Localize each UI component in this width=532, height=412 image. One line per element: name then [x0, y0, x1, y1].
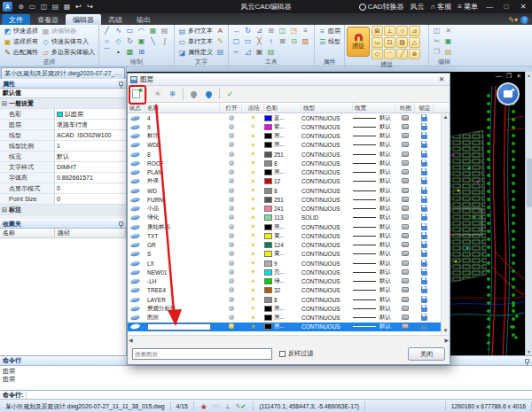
- layer-lineweight-cell[interactable]: 默认: [353, 223, 395, 231]
- layer-lineweight-cell[interactable]: 默认: [353, 123, 395, 131]
- mirror-icon[interactable]: ⊿: [254, 26, 265, 36]
- bulb-icon[interactable]: [229, 178, 234, 183]
- command-input[interactable]: [26, 392, 532, 399]
- layer-name-cell[interactable]: PLAN: [145, 169, 220, 175]
- scroll-down-icon[interactable]: ▼: [443, 327, 449, 335]
- layer-lock-cell[interactable]: [415, 250, 434, 258]
- layer-freeze-cell[interactable]: ☀: [242, 296, 264, 303]
- layer-color-cell[interactable]: 9: [264, 260, 301, 267]
- support-button[interactable]: ∩客服: [431, 2, 452, 12]
- layer-lock-cell[interactable]: [415, 286, 434, 294]
- dialog-titlebar[interactable]: 图层 ✕: [128, 74, 450, 86]
- layer-on-cell[interactable]: [220, 315, 242, 321]
- array-icon[interactable]: ⊞: [265, 26, 277, 36]
- layer-lock-cell[interactable]: [415, 196, 434, 204]
- layer-name-cell[interactable]: 9: [145, 124, 220, 130]
- printer-icon[interactable]: [402, 133, 409, 138]
- sun-icon[interactable]: ☀: [250, 169, 255, 175]
- spline-icon[interactable]: ∫: [159, 36, 170, 47]
- unlock-icon[interactable]: [421, 289, 427, 293]
- layer-color-cell[interactable]: 8: [264, 160, 301, 167]
- bulb-icon[interactable]: [229, 306, 234, 311]
- unlock-icon[interactable]: [421, 325, 427, 330]
- viewport-layout-button[interactable]: [497, 82, 520, 105]
- layer-freeze-cell[interactable]: ☀: [242, 114, 264, 121]
- line-icon[interactable]: ╱: [101, 26, 113, 36]
- break-icon[interactable]: ⊠: [277, 36, 288, 47]
- printer-icon[interactable]: [402, 323, 409, 329]
- layer-plot-cell[interactable]: [395, 278, 415, 284]
- column-header-0[interactable]: 状态: [128, 103, 145, 113]
- cloud-icon[interactable]: ◠: [136, 26, 147, 36]
- dialog-close-button[interactable]: 关闭: [408, 347, 445, 361]
- layer-plot-cell[interactable]: [395, 242, 415, 248]
- layer-color-cell[interactable]: 黄...: [264, 250, 301, 258]
- layer-name-cell[interactable]: 4: [145, 115, 220, 121]
- doc-close-icon[interactable]: ✕: [516, 73, 521, 80]
- layer-row[interactable]: ☀黑...CONTINUOUS默认: [128, 323, 441, 331]
- sun-icon[interactable]: ☀: [250, 232, 255, 238]
- help-icon[interactable]: ?: [520, 16, 528, 24]
- layer-lock-cell[interactable]: [415, 323, 434, 330]
- property-group-header[interactable]: ⊟标注: [0, 205, 126, 215]
- expand-icon[interactable]: ⊟: [0, 206, 9, 214]
- sun-icon[interactable]: ☀: [250, 278, 255, 284]
- layer-lock-cell[interactable]: [415, 123, 434, 131]
- layer-lineweight-cell[interactable]: 默认: [353, 277, 395, 285]
- copy-tool-icon[interactable]: ◫: [277, 26, 288, 36]
- layer-name-edit-input[interactable]: [147, 323, 211, 330]
- layer-lock-cell[interactable]: [415, 277, 434, 285]
- snap-node-icon[interactable]: ⊡: [384, 37, 395, 48]
- polyline-icon[interactable]: ∿: [113, 26, 124, 36]
- layer-freeze-cell[interactable]: ☀: [242, 251, 264, 258]
- fillet-icon[interactable]: ⌐: [231, 47, 242, 58]
- column-header-1[interactable]: 名称: [145, 103, 220, 113]
- bulb-icon[interactable]: [229, 251, 234, 256]
- doc-minimize-icon[interactable]: —: [496, 73, 502, 80]
- unlock-icon[interactable]: [421, 235, 427, 239]
- layer-plot-cell[interactable]: [395, 315, 415, 321]
- layer-lineweight-cell[interactable]: 默认: [353, 268, 395, 276]
- snap-insert-icon[interactable]: ▨: [396, 37, 408, 48]
- layer-name-cell[interactable]: 原始标高: [145, 223, 220, 231]
- sun-icon[interactable]: ☀: [250, 315, 255, 321]
- layer-lock-cell[interactable]: [415, 187, 434, 195]
- layer-row[interactable]: ROOF☀8CONTINUOUS默认: [128, 159, 441, 167]
- layer-plot-cell[interactable]: [395, 323, 415, 330]
- layer-freeze-cell[interactable]: ☀: [242, 214, 264, 222]
- layer-lineweight-cell[interactable]: 默认: [353, 141, 395, 149]
- layer-freeze-cell[interactable]: ☀: [242, 305, 264, 312]
- layer-linetype-cell[interactable]: CONTINUOUS: [301, 306, 353, 312]
- layer-lock-cell[interactable]: [415, 151, 434, 159]
- layer-plot-cell[interactable]: [395, 115, 415, 121]
- printer-icon[interactable]: [402, 188, 409, 193]
- sun-icon[interactable]: ☀: [250, 268, 255, 275]
- layer-lineweight-cell[interactable]: 默认: [353, 250, 395, 258]
- property-value[interactable]: 0.862661571: [55, 175, 126, 181]
- layer-on-cell[interactable]: [220, 224, 242, 230]
- expand-icon[interactable]: ⊟: [0, 100, 9, 107]
- layer-name-cell[interactable]: [145, 323, 220, 330]
- layer-on-cell[interactable]: [220, 242, 242, 248]
- bulb-icon[interactable]: [229, 278, 234, 284]
- printer-icon[interactable]: [402, 206, 409, 211]
- sun-icon[interactable]: ☀: [250, 305, 255, 311]
- printer-icon[interactable]: [402, 260, 409, 266]
- layer-plot-cell[interactable]: [395, 188, 415, 194]
- layer-linetype-cell[interactable]: CONTINUOUS: [301, 197, 353, 203]
- snap-quad-icon[interactable]: ◇: [372, 49, 383, 59]
- style-pencil-icon[interactable]: ✎▾: [508, 16, 518, 24]
- unlock-icon[interactable]: [421, 180, 427, 184]
- layer-lock-cell[interactable]: [415, 268, 434, 276]
- property-value[interactable]: 道路车行道: [55, 120, 126, 129]
- layer-linetype-cell[interactable]: CONTINUOUS: [301, 160, 353, 167]
- move-icon[interactable]: ↔: [231, 26, 242, 36]
- unlock-icon[interactable]: [421, 171, 427, 175]
- bulb-icon[interactable]: [229, 287, 234, 292]
- layer-freeze-cell[interactable]: ☀: [242, 151, 264, 158]
- unlock-icon[interactable]: [421, 190, 427, 194]
- save-as-icon[interactable]: ▤: [50, 3, 61, 11]
- printer-icon[interactable]: [402, 115, 409, 120]
- layer-color-cell[interactable]: 黑...: [264, 168, 301, 176]
- layer-lineweight-cell[interactable]: 默认: [353, 232, 395, 240]
